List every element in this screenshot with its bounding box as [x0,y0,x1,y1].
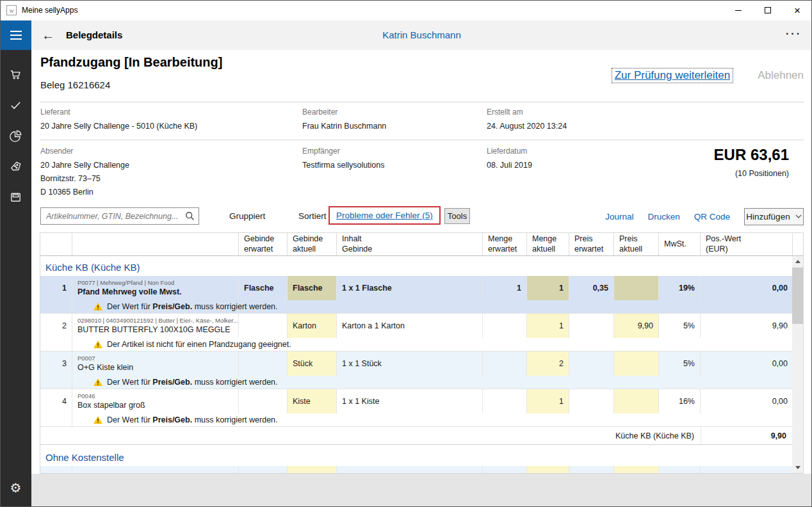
search-input[interactable] [41,208,183,224]
column-header-mwst: MwSt. [659,233,701,255]
article-search-box [40,207,199,225]
hamburger-icon [10,31,22,32]
gear-icon: ⚙ [10,480,22,495]
sidebar-item-settings[interactable]: ⚙ [0,475,31,501]
warning-triangle-icon [93,416,102,424]
maximize-button[interactable] [753,0,783,20]
scroll-up-button[interactable] [792,256,803,267]
table-row[interactable]: 3P0007O+G Kiste kleinStück1 x 1 Stück25%… [40,351,793,376]
table-row[interactable]: 20298010 | 04034900121592 | Butter | Eie… [40,314,793,338]
cell-inhalt-gebinde: 1 x 1 Kiste [337,389,483,414]
journal-link[interactable]: Journal [605,212,633,221]
cell-menge-aktuell[interactable]: 1 [527,314,569,338]
cell-gebinde-aktuell[interactable]: Flasche [288,276,337,300]
warning-row: Der Wert für Preis/Geb. muss korrigiert … [40,300,793,314]
reject-button[interactable]: Ablehnen [758,69,804,82]
sidebar-item-cart[interactable] [0,59,31,90]
cell-pos-wert: 0,00 [701,389,793,414]
arrow-down-icon [795,466,800,469]
minimize-button[interactable] [724,0,753,20]
cell-preis-aktuell[interactable] [614,351,659,376]
sidebar-item-catalog[interactable] [0,182,31,213]
total-amount: EUR 63,61 [714,146,789,164]
problems-or-errors-link[interactable]: Probleme oder Fehler (5) [336,211,433,220]
table-row[interactable]: 4P0046Box stapelbar großKiste1 x 1 Kiste… [40,389,793,414]
warning-triangle-icon [93,378,102,386]
warning-message: Der Wert für Preis/Geb. muss korrigiert … [72,376,793,389]
cart-icon [8,67,23,82]
cell-mwst: 5% [659,351,701,376]
sidebar-item-offers[interactable] [0,151,31,182]
positions-table: Gebinde erwartetGebinde aktuellInhalt Ge… [40,232,804,474]
cell-preis-erwartet: 0,35 [569,276,614,300]
cell-preis-aktuell[interactable] [614,466,659,473]
erstellt-label: Erstellt am [487,108,523,117]
cell-pos-wert: 0,00 [701,276,793,300]
cell-menge-aktuell[interactable]: 2 [527,351,569,376]
cell-menge-erwartet [483,314,527,338]
warning-row-spacer [40,414,72,426]
cell-gebinde-erwartet [239,351,288,376]
cell-menge-aktuell[interactable]: 1 [527,389,569,414]
add-button[interactable]: Hinzufügen [744,208,804,225]
more-options-button[interactable]: ··· [786,20,802,50]
tools-button[interactable]: Tools [444,208,470,224]
cell-preis-aktuell[interactable] [614,276,659,300]
back-button[interactable]: ← [38,20,58,50]
cell-description: P0007O+G Kiste klein [72,351,239,376]
article-name: Box stapelbar groß [77,401,145,410]
cell-description: P0082 [72,466,239,473]
warning-row-spacer [40,300,72,313]
current-user[interactable]: Katrin Buschmann [31,20,812,50]
hamburger-menu-button[interactable] [0,20,31,50]
table-row[interactable]: 5P0082Flasche00,00 [40,466,793,473]
article-name: O+G Kiste klein [77,363,133,373]
cell-menge-aktuell[interactable]: 1 [527,276,569,300]
document-title: Pfandzugang [In Bearbeitung] [40,55,222,70]
cell-preis-erwartet [569,351,614,376]
print-link[interactable]: Drucken [647,212,679,221]
cell-gebinde-aktuell[interactable]: Kiste [288,389,337,414]
cell-inhalt-gebinde: Karton a 1 Karton [337,314,483,338]
article-code: 0298010 | 04034900121592 | Butter | Eier… [77,317,238,324]
scrollbar-thumb[interactable] [792,268,803,324]
page-title: Belegdetails [66,20,122,50]
forward-for-review-link[interactable]: Zur Prüfung weiterleiten [615,69,730,81]
absender-line1: 20 Jahre Selly Challenge [40,161,129,170]
vertical-scrollbar[interactable] [792,256,803,473]
cell-preis-aktuell[interactable] [614,389,659,414]
close-button[interactable]: × [783,0,812,20]
cell-menge-aktuell[interactable]: 0 [527,466,569,473]
window-title: Meine sellyApps [22,0,77,20]
scroll-down-button[interactable] [792,462,803,473]
bearbeiter-value: Frau Katrin Buschmann [302,122,386,131]
cell-num: 4 [40,389,72,414]
cell-gebinde-aktuell[interactable]: Stück [288,351,337,376]
group-header: Ohne Kostenstelle [40,449,793,466]
grouped-button[interactable]: Gruppiert [229,211,265,221]
minimize-icon [735,10,742,11]
cell-preis-aktuell[interactable]: 9,90 [614,314,659,338]
qr-code-link[interactable]: QR Code [694,212,730,221]
document-number: Beleg 16216624 [40,79,110,90]
column-header-preis-erwartet: Preis erwartet [569,233,614,255]
column-header-gebinde-aktuell: Gebinde aktuell [288,233,337,255]
search-icon [185,211,195,221]
cell-gebinde-aktuell[interactable]: Flasche [288,466,337,473]
divider [40,102,804,102]
sidebar-item-reports[interactable] [0,120,31,151]
sorted-button[interactable]: Sortiert [298,211,327,221]
cell-preis-erwartet [569,389,614,414]
back-arrow-icon: ← [42,28,54,43]
cell-mwst: 19% [659,276,701,300]
cell-gebinde-aktuell[interactable]: Karton [288,314,337,338]
article-name: Pfand Mehrweg volle Mwst. [77,287,182,297]
table-row[interactable]: 1P0077 | Mehrweg/Pfand | Non FoodPfand M… [40,276,793,300]
absender-line3: D 10365 Berlin [40,188,93,197]
book-icon [8,190,23,205]
group-footer-label: Küche KB (Küche KB) [40,427,701,444]
column-header-pos-wert: Pos.-Wert (EUR) [701,233,793,255]
sidebar-item-tasks[interactable] [0,90,31,120]
warning-row: Der Wert für Preis/Geb. muss korrigiert … [40,376,793,389]
cell-gebinde-erwartet [239,389,288,414]
